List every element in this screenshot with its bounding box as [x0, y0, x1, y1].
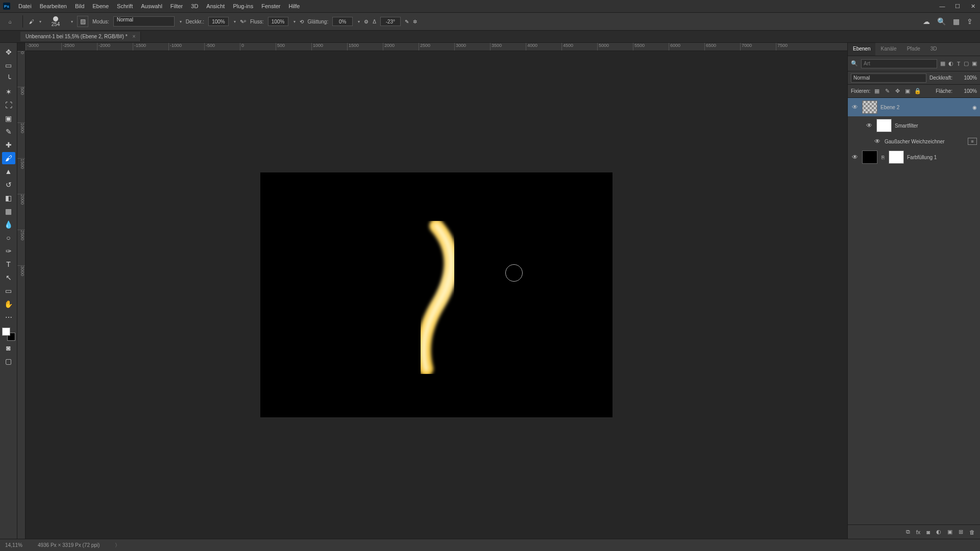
filter-adjust-icon[interactable]: ◐ — [948, 60, 953, 67]
zoom-level[interactable]: 14,11% — [5, 542, 22, 548]
wand-tool-icon[interactable]: ✶ — [2, 86, 15, 98]
doc-info-chevron-icon[interactable]: 〉 — [115, 542, 120, 549]
gradient-tool-icon[interactable]: ▦ — [2, 205, 15, 217]
window-close-icon[interactable]: ✕ — [966, 1, 980, 11]
search-icon[interactable]: 🔍 — [851, 60, 858, 67]
hand-tool-icon[interactable]: ✋ — [2, 298, 15, 310]
filter-pixel-icon[interactable]: ▦ — [940, 60, 945, 67]
blur-tool-icon[interactable]: 💧 — [2, 218, 15, 231]
group-icon[interactable]: ▣ — [947, 529, 952, 535]
airbrush-icon[interactable]: ⟲ — [300, 19, 304, 24]
layer-row-smartfilter[interactable]: 👁 Smartfilter — [848, 116, 980, 135]
layer-name[interactable]: Ebene 2 — [880, 105, 969, 110]
dodge-tool-icon[interactable]: ○ — [2, 232, 15, 244]
blend-mode-select[interactable]: Normal — [113, 16, 175, 27]
pen-tool-icon[interactable]: ✑ — [2, 245, 15, 257]
chevron-down-icon[interactable]: ▾ — [39, 19, 41, 24]
share-icon[interactable]: ⇪ — [967, 17, 973, 26]
menu-ebene[interactable]: Ebene — [88, 1, 113, 11]
lock-artboard-icon[interactable]: ▣ — [904, 88, 911, 94]
layer-name[interactable]: Smartfilter — [895, 123, 977, 129]
brush-tool-icon[interactable]: 🖌 — [2, 152, 15, 164]
quickmask-icon[interactable]: ◙ — [2, 342, 15, 354]
foreground-swatch[interactable] — [2, 328, 10, 336]
screenmode-icon[interactable]: ▢ — [2, 355, 15, 367]
opacity-value[interactable]: 100% — [208, 17, 229, 26]
visibility-icon[interactable]: 👁 — [851, 154, 859, 161]
smoothing-gear-icon[interactable]: ⚙ — [364, 19, 369, 24]
layer-opacity-value[interactable]: 100% — [955, 75, 977, 81]
layer-blend-select[interactable]: Normal — [851, 73, 926, 83]
workspace-icon[interactable]: ▦ — [953, 17, 960, 26]
menu-hilfe[interactable]: Hilfe — [284, 1, 304, 11]
fill-thumb[interactable] — [862, 151, 877, 164]
link-icon[interactable]: ⎘ — [880, 155, 886, 160]
eyedropper-tool-icon[interactable]: ✎ — [2, 126, 15, 138]
eraser-tool-icon[interactable]: ◧ — [2, 192, 15, 204]
filter-mask-thumb[interactable] — [876, 119, 892, 132]
tab-pfade[interactable]: Pfade — [902, 43, 925, 56]
pressure-opacity-icon[interactable]: ✎ᵖ — [240, 19, 246, 24]
brush-tool-icon[interactable]: 🖌 — [29, 19, 34, 24]
smoothing-value[interactable]: 0% — [332, 17, 353, 26]
brush-panel-toggle[interactable]: ▨ — [77, 16, 88, 27]
tab-ebenen[interactable]: Ebenen — [848, 43, 875, 56]
type-tool-icon[interactable]: T — [2, 258, 15, 270]
flow-value[interactable]: 100% — [268, 17, 288, 26]
menu-fenster[interactable]: Fenster — [257, 1, 284, 11]
menu-auswahl[interactable]: Auswahl — [137, 1, 166, 11]
path-select-tool-icon[interactable]: ↖ — [2, 271, 15, 284]
search-icon[interactable]: 🔍 — [937, 17, 946, 26]
cloud-docs-icon[interactable]: ☁ — [923, 17, 930, 26]
layer-row-farbfuellung[interactable]: 👁 ⎘ Farbfüllung 1 — [848, 148, 980, 166]
fill-value[interactable]: 100% — [955, 88, 977, 94]
history-brush-tool-icon[interactable]: ↺ — [2, 179, 15, 191]
menu-3d[interactable]: 3D — [187, 1, 202, 11]
frame-tool-icon[interactable]: ▣ — [2, 112, 15, 124]
more-tools-icon[interactable]: ⋯ — [2, 311, 15, 323]
link-layers-icon[interactable]: ⧉ — [906, 529, 910, 535]
menu-schrift[interactable]: Schrift — [113, 1, 137, 11]
visibility-icon[interactable]: 👁 — [873, 138, 881, 145]
shape-tool-icon[interactable]: ▭ — [2, 285, 15, 297]
chevron-down-icon[interactable]: ▾ — [71, 19, 73, 24]
marquee-tool-icon[interactable]: ▭ — [2, 59, 15, 71]
menu-datei[interactable]: Datei — [14, 1, 36, 11]
filter-shape-icon[interactable]: ▢ — [964, 60, 969, 67]
window-minimize-icon[interactable]: — — [935, 1, 949, 11]
color-swatches[interactable] — [2, 328, 15, 341]
tab-kanaele[interactable]: Kanäle — [875, 43, 901, 56]
canvas-viewport[interactable] — [26, 51, 847, 539]
visibility-icon[interactable]: 👁 — [865, 122, 873, 129]
menu-bild[interactable]: Bild — [71, 1, 88, 11]
fx-icon[interactable]: fx — [916, 529, 921, 535]
filter-blend-options-icon[interactable]: ≡ — [968, 138, 977, 145]
filter-smart-icon[interactable]: ▣ — [972, 60, 977, 67]
chevron-down-icon[interactable]: ▾ — [358, 19, 360, 24]
document-tab[interactable]: Unbenannt-1 bei 15,5% (Ebene 2, RGB/8#) … — [20, 32, 141, 41]
visibility-icon[interactable]: 👁 — [851, 104, 859, 111]
stamp-tool-icon[interactable]: ▲ — [2, 165, 15, 178]
lock-position-icon[interactable]: ✥ — [894, 88, 901, 94]
lock-paint-icon[interactable]: ✎ — [884, 88, 891, 94]
healing-tool-icon[interactable]: ✚ — [2, 139, 15, 151]
angle-value[interactable]: -23° — [380, 17, 401, 26]
layer-row-gaussian[interactable]: 👁 Gaußscher Weichzeichner ≡ — [848, 135, 980, 148]
layer-name[interactable]: Gaußscher Weichzeichner — [885, 139, 965, 144]
lock-all-icon[interactable]: 🔒 — [914, 88, 921, 94]
menu-bearbeiten[interactable]: Bearbeiten — [36, 1, 71, 11]
layer-row-ebene2[interactable]: 👁 Ebene 2 ◉ — [848, 98, 980, 116]
tab-3d[interactable]: 3D — [925, 43, 942, 56]
doc-info[interactable]: 4936 Px × 3319 Px (72 ppi) — [38, 542, 100, 548]
delete-icon[interactable]: 🗑 — [969, 529, 975, 535]
close-icon[interactable]: × — [133, 34, 136, 39]
new-layer-icon[interactable]: ⊞ — [959, 529, 963, 535]
move-tool-icon[interactable]: ✥ — [2, 46, 15, 58]
menu-plugins[interactable]: Plug-ins — [229, 1, 257, 11]
artboard[interactable] — [260, 172, 612, 417]
symmetry-icon[interactable]: ✲ — [413, 19, 417, 24]
layer-filter-input[interactable] — [861, 59, 937, 68]
filter-type-icon[interactable]: T — [957, 61, 961, 67]
chevron-down-icon[interactable]: ▾ — [180, 19, 182, 24]
mask-thumb[interactable] — [889, 151, 904, 164]
